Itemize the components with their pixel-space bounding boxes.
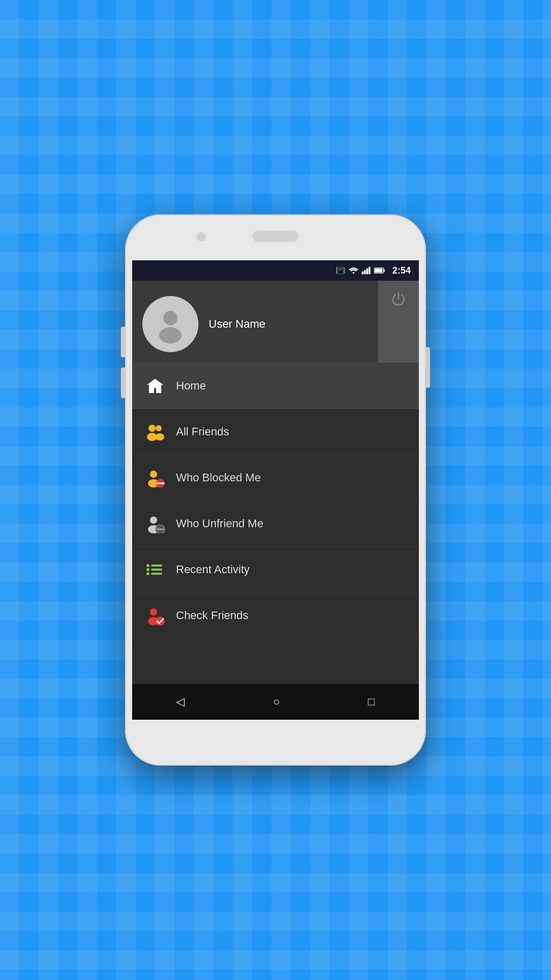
svg-rect-25: [151, 569, 162, 571]
vibrate-icon: 📳: [336, 266, 345, 275]
home-button[interactable]: ○: [268, 690, 285, 714]
svg-rect-23: [151, 565, 162, 567]
svg-rect-0: [362, 272, 364, 274]
menu-item-who-unfriend-me[interactable]: Who Unfriend Me: [132, 501, 419, 547]
power-icon: [390, 291, 407, 307]
power-side-button[interactable]: [426, 347, 430, 388]
blocked-icon: [144, 468, 166, 487]
profile-info: User Name: [209, 317, 265, 331]
svg-point-22: [146, 564, 149, 567]
svg-point-28: [150, 608, 157, 616]
home-icon: [146, 377, 164, 395]
svg-point-8: [163, 311, 178, 325]
all-friends-label: All Friends: [176, 425, 229, 438]
earpiece-speaker: [253, 231, 298, 242]
front-camera: [196, 232, 206, 241]
wifi-icon: [348, 266, 359, 275]
svg-point-13: [155, 433, 164, 440]
back-button[interactable]: ◁: [171, 690, 190, 714]
svg-point-24: [146, 568, 149, 571]
menu-item-home[interactable]: Home: [132, 363, 419, 409]
profile-header: User Name: [132, 281, 419, 362]
svg-rect-27: [151, 573, 162, 575]
svg-point-26: [146, 572, 149, 575]
blocked-icon-wrapper: [142, 468, 168, 487]
svg-point-9: [159, 327, 182, 344]
menu-item-all-friends[interactable]: All Friends: [132, 409, 419, 455]
recent-activity-icon-wrapper: [142, 561, 168, 578]
home-label: Home: [176, 379, 206, 393]
check-friends-icon-wrapper: [142, 606, 168, 625]
svg-point-10: [148, 425, 156, 432]
status-bar: 📳: [132, 260, 419, 281]
svg-point-18: [150, 517, 157, 524]
svg-point-12: [156, 425, 162, 431]
avatar: [142, 296, 198, 352]
who-unfriend-me-label: Who Unfriend Me: [176, 517, 263, 530]
home-icon-wrapper: [142, 377, 168, 395]
check-friends-icon: [144, 606, 166, 625]
who-blocked-me-label: Who Blocked Me: [176, 471, 261, 484]
menu-item-recent-activity[interactable]: Recent Activity: [132, 547, 419, 593]
unfriend-icon: [144, 514, 166, 533]
power-button[interactable]: [378, 281, 419, 362]
bottom-nav: ◁ ○ □: [132, 684, 419, 720]
svg-rect-2: [366, 268, 368, 275]
recent-apps-button[interactable]: □: [363, 690, 380, 714]
all-friends-icon-wrapper: [142, 423, 168, 441]
recent-activity-label: Recent Activity: [176, 563, 249, 576]
menu-item-check-friends[interactable]: Check Friends: [132, 593, 419, 639]
svg-rect-6: [384, 269, 385, 272]
app-content: User Name: [132, 281, 419, 720]
volume-down-button[interactable]: [121, 368, 125, 398]
phone-frame: 📳: [125, 214, 426, 766]
status-time: 2:54: [392, 265, 411, 276]
svg-point-14: [150, 471, 157, 478]
profile-username: User Name: [209, 317, 265, 330]
phone-top: [125, 214, 426, 260]
unfriend-icon-wrapper: [142, 514, 168, 533]
menu-list: Home All Friends: [132, 363, 419, 684]
volume-up-button[interactable]: [121, 327, 125, 357]
signal-icon: [362, 266, 371, 275]
phone-screen: 📳: [132, 260, 419, 720]
menu-item-who-blocked-me[interactable]: Who Blocked Me: [132, 455, 419, 501]
list-icon: [146, 561, 164, 578]
svg-rect-5: [374, 268, 382, 273]
phone-bottom: [125, 720, 426, 766]
avatar-icon: [150, 304, 191, 345]
all-friends-icon: [144, 423, 166, 441]
status-icons: 📳: [336, 265, 411, 276]
svg-rect-3: [368, 267, 370, 274]
svg-rect-1: [364, 270, 366, 274]
battery-icon: [374, 267, 385, 274]
check-friends-label: Check Friends: [176, 609, 248, 622]
